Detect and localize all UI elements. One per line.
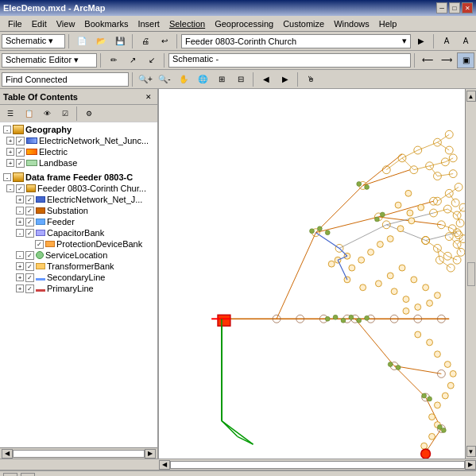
junc-expand[interactable]: + [6,137,14,145]
net-j-checkbox[interactable] [25,195,34,204]
toc-layer-net-j[interactable]: + ElectricNetwork_Net_J... [0,194,157,205]
schematic-editor-dropdown[interactable]: Schematic Editor ▾ [2,53,97,68]
find-zoom-out[interactable]: 🔍- [156,72,173,87]
substation-expand[interactable]: - [16,207,24,215]
primary-checkbox[interactable] [25,284,34,293]
find-identify[interactable]: 🖱 [302,72,319,87]
menu-geoprocessing[interactable]: Geoprocessing [210,17,278,30]
menu-customize[interactable]: Customize [278,17,329,30]
toc-layer-transformer[interactable]: + TransformerBank [0,261,157,272]
menu-view[interactable]: View [52,17,80,30]
print-btn[interactable]: 🖨 [137,33,154,49]
edit-btn-3[interactable]: ↙ [143,52,161,68]
find-back[interactable]: ◀ [257,72,275,87]
toc-layer-junc[interactable]: + ElectricNetwork_Net_Junc... [0,135,157,146]
dataframe-expand[interactable]: - [3,173,11,181]
status-btn-2[interactable]: ⏸ [21,473,35,476]
find-globe[interactable]: 🌐 [194,72,211,87]
secondary-expand[interactable]: + [16,273,24,281]
feeder-checkbox[interactable] [25,218,34,226]
scroll-left2-btn[interactable]: ◀ [159,460,170,470]
toc-layer-service[interactable]: - ServiceLocation [0,250,157,261]
undo-btn[interactable]: ↩ [156,33,173,49]
junc-checkbox[interactable] [16,137,25,145]
toc-layer-feeder[interactable]: + Feeder [0,216,157,227]
toc-source-btn[interactable]: 📋 [20,106,37,122]
feeder-go-btn[interactable]: ▶ [412,33,430,49]
toc-layer-protection[interactable]: ProtectionDeviceBank [0,238,157,250]
feeder-expand[interactable]: + [16,218,24,226]
scroll-right-btn[interactable]: ▶ [145,449,156,459]
toc-layer-landbase[interactable]: + Landbase [0,157,157,168]
h-scroll-track[interactable] [170,461,465,469]
map-scrollbar-h[interactable]: ◀ ▶ [159,459,476,470]
menu-edit[interactable]: Edit [27,17,52,30]
find-pan[interactable]: ✋ [175,72,192,87]
toc-group-geography[interactable]: - Geography [0,124,157,135]
toc-select-btn[interactable]: ☑ [56,106,74,122]
substation-checkbox[interactable] [25,207,34,215]
scroll-up-btn[interactable]: ▲ [466,91,476,102]
find-zoom-in[interactable]: 🔍+ [137,72,154,87]
maximize-button[interactable]: □ [449,2,460,14]
nav-btn-2[interactable]: ⟶ [438,52,455,68]
zoom-out-btn[interactable]: A [457,33,474,49]
feeder-dropdown[interactable]: Feeder 0803-Corinth Church ▾ [181,34,411,48]
scroll-thumb-v[interactable] [467,262,475,286]
menu-bookmarks[interactable]: Bookmarks [79,17,133,30]
primary-expand[interactable]: + [16,284,24,292]
toc-visible-btn[interactable]: 👁 [38,106,56,122]
find-extent-1[interactable]: ⊞ [213,72,230,87]
menu-help[interactable]: Help [374,17,402,30]
map-scrollbar-v[interactable]: ▲ ▼ [465,89,476,459]
toc-list-btn[interactable]: ☰ [2,106,19,122]
geography-expand[interactable]: - [3,126,11,134]
scroll-track[interactable] [13,450,145,458]
map-area[interactable] [159,89,465,459]
find-forward[interactable]: ▶ [277,72,294,87]
protection-checkbox[interactable] [35,240,44,249]
service-checkbox[interactable] [25,251,34,260]
menu-file[interactable]: File [3,17,27,30]
edit-btn-1[interactable]: ✏ [105,52,122,68]
toc-options-btn[interactable]: ⚙ [80,106,98,122]
landbase-expand[interactable]: + [6,159,14,167]
net-j-expand[interactable]: + [16,195,24,203]
toc-layer-capacitor[interactable]: - CapacitorBank [0,227,157,238]
capacitor-checkbox[interactable] [25,229,34,238]
status-btn-1[interactable]: ⟳ [3,473,17,476]
menu-windows[interactable]: Windows [329,17,374,30]
find-extent-2[interactable]: ⊟ [232,72,250,87]
feeder-parent-checkbox[interactable] [16,184,25,193]
toc-layer-primary[interactable]: + PrimaryLine [0,283,157,294]
close-button[interactable]: ✕ [462,2,473,14]
transformer-expand[interactable]: + [16,262,24,270]
landbase-checkbox[interactable] [16,159,25,168]
open-btn[interactable]: 📂 [92,33,110,49]
save-btn[interactable]: 💾 [111,33,129,49]
schematic-dropdown[interactable]: Schematic ▾ [2,34,65,48]
new-btn[interactable]: 📄 [73,33,91,49]
capacitor-expand[interactable]: - [16,229,24,237]
toc-group-dataframe[interactable]: - Data frame Feeder 0803-C [0,172,157,183]
secondary-checkbox[interactable] [25,273,34,282]
zoom-in-btn[interactable]: A [438,33,455,49]
find-connected-dropdown[interactable]: Find Connected [2,72,129,87]
toc-layer-substation[interactable]: - Substation [0,205,157,216]
scroll-right2-btn[interactable]: ▶ [465,460,476,470]
scroll-down-btn[interactable]: ▼ [466,446,476,457]
edit-btn-2[interactable]: ↗ [124,52,141,68]
toc-scrollbar[interactable]: ◀ ▶ [0,447,157,459]
toc-layer-electric[interactable]: + Electric [0,146,157,157]
feeder-parent-expand[interactable]: - [6,184,14,192]
electric-checkbox[interactable] [16,148,25,157]
scroll-left-btn[interactable]: ◀ [2,449,13,459]
toc-layer-feeder-parent[interactable]: - Feeder 0803-Corinth Chur... [0,183,157,194]
select-btn[interactable]: ▣ [457,52,474,68]
nav-btn-1[interactable]: ⟵ [419,52,436,68]
service-expand[interactable]: - [16,251,24,259]
menu-insert[interactable]: Insert [133,17,164,30]
toc-close-btn[interactable]: ✕ [143,91,154,103]
menu-selection[interactable]: Selection [164,17,210,30]
minimize-button[interactable]: ─ [436,2,447,14]
